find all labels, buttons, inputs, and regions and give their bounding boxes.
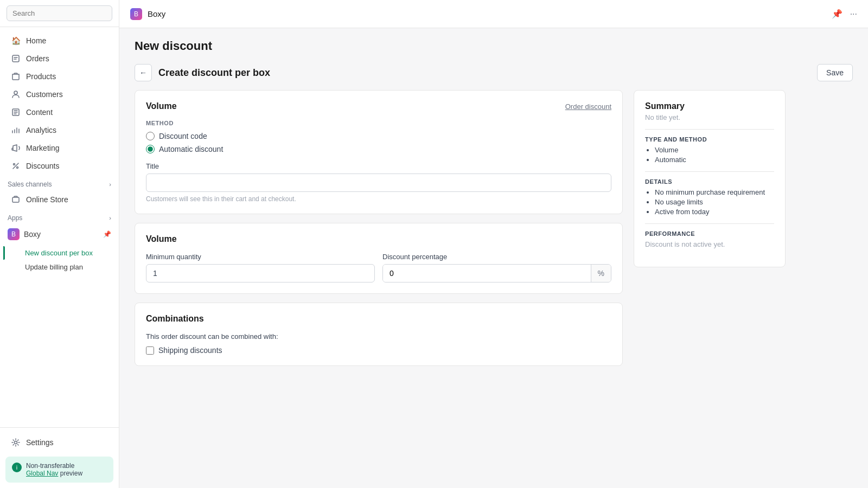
apps-section[interactable]: Apps › (0, 209, 119, 224)
type-method-list: Volume Automatic (645, 146, 774, 164)
global-nav-link[interactable]: Global Nav (26, 470, 58, 477)
volume-card-title: Volume (146, 234, 177, 244)
sidebar-item-orders[interactable]: Orders (3, 50, 116, 67)
shipping-discounts-option[interactable]: Shipping discounts (146, 346, 611, 355)
non-transferable-text: Non-transferable (26, 462, 74, 470)
type-method-section: TYPE AND METHOD Volume Automatic (645, 136, 774, 164)
title-input[interactable] (146, 174, 611, 192)
performance-label: PERFORMANCE (645, 230, 774, 237)
svg-point-6 (15, 441, 17, 444)
sidebar-nav: 🏠 Home Orders Products Customers Cont (0, 27, 119, 427)
sidebar-item-settings[interactable]: Settings (3, 434, 116, 451)
min-qty-input[interactable] (146, 264, 375, 282)
method-card: Volume Order discount METHOD Discount co… (135, 90, 623, 214)
form-layout: Volume Order discount METHOD Discount co… (135, 90, 786, 366)
no-title-text: No title yet. (645, 113, 774, 121)
summary-method-automatic: Automatic (655, 156, 774, 164)
sidebar-item-analytics-label: Analytics (26, 126, 56, 134)
page-content: New discount ← Create discount per box S… (119, 28, 868, 488)
volume-card: Volume Minimum quantity Discount percent… (135, 223, 623, 294)
topbar-boxy-icon: B (130, 8, 142, 20)
summary-type-volume: Volume (655, 146, 774, 154)
sidebar-item-products[interactable]: Products (3, 68, 116, 85)
detail-active-from-today: Active from today (655, 208, 774, 216)
performance-section: PERFORMANCE Discount is not active yet. (645, 230, 774, 248)
non-transferable-content: Non-transferable Global Nav preview (26, 462, 82, 477)
sidebar-item-marketing[interactable]: Marketing (3, 139, 116, 157)
analytics-icon (11, 125, 21, 135)
svg-rect-5 (12, 197, 19, 202)
sidebar-item-content[interactable]: Content (3, 104, 116, 121)
sidebar-item-customers-label: Customers (26, 90, 63, 99)
home-icon: 🏠 (11, 36, 21, 46)
pin-icon[interactable]: 📌 (103, 230, 111, 238)
sidebar-item-customers[interactable]: Customers (3, 86, 116, 103)
automatic-discount-radio[interactable] (146, 145, 155, 153)
sales-channels-section[interactable]: Sales channels › (0, 175, 119, 190)
order-discount-link[interactable]: Order discount (565, 102, 611, 111)
title-field-label: Title (146, 162, 611, 170)
boxy-app-icon: B (8, 228, 20, 240)
page-title: New discount (135, 39, 853, 53)
automatic-discount-option[interactable]: Automatic discount (146, 145, 611, 153)
sidebar-search-area (0, 0, 119, 27)
summary-divider-2 (645, 171, 774, 172)
preview-text: preview (60, 470, 82, 477)
discount-pct-input-wrapper: % (382, 264, 611, 282)
sidebar-bottom: Settings i Non-transferable Global Nav p… (0, 427, 119, 488)
topbar-pin-icon[interactable]: 📌 (832, 9, 843, 19)
summary-title: Summary (645, 101, 774, 111)
method-section-label: METHOD (146, 120, 611, 126)
new-discount-per-box-label: New discount per box (25, 249, 93, 257)
shipping-discounts-label: Shipping discounts (158, 346, 222, 355)
summary-divider-1 (645, 129, 774, 130)
details-section: DETAILS No minimum purchase requirement … (645, 178, 774, 216)
discounts-icon (11, 161, 21, 171)
boxy-app-label: Boxy (24, 230, 99, 239)
volume-fields: Minimum quantity Discount percentage % (146, 253, 611, 282)
non-transferable-banner: i Non-transferable Global Nav preview (5, 457, 113, 483)
boxy-sub-nav: New discount per box Update billing plan (0, 245, 119, 275)
marketing-icon (11, 143, 21, 153)
percent-suffix: % (591, 265, 611, 282)
discount-pct-field: Discount percentage % (382, 253, 611, 282)
sidebar-item-discounts[interactable]: Discounts (3, 157, 116, 175)
back-button[interactable]: ← (135, 64, 152, 81)
volume-card-header: Volume (146, 234, 611, 244)
sidebar-item-new-discount-per-box[interactable]: New discount per box (3, 246, 116, 260)
content-icon (11, 107, 21, 117)
online-store-icon (11, 195, 21, 204)
method-card-header: Volume Order discount (146, 101, 611, 111)
search-input[interactable] (7, 5, 112, 21)
shipping-discounts-checkbox[interactable] (146, 346, 154, 355)
main-area: B Boxy 📌 ··· New discount ← Create disco… (119, 0, 868, 488)
sidebar: 🏠 Home Orders Products Customers Cont (0, 0, 119, 488)
sidebar-item-home[interactable]: 🏠 Home (3, 32, 116, 49)
sidebar-item-analytics[interactable]: Analytics (3, 121, 116, 139)
method-radio-group: Discount code Automatic discount (146, 132, 611, 153)
svg-rect-0 (12, 55, 19, 62)
sidebar-item-products-label: Products (26, 72, 56, 81)
sidebar-item-content-label: Content (26, 108, 53, 117)
min-qty-label: Minimum quantity (146, 253, 375, 261)
combinations-card-header: Combinations (146, 314, 611, 324)
details-label: DETAILS (645, 178, 774, 185)
form-main: Volume Order discount METHOD Discount co… (135, 90, 623, 366)
discount-code-radio[interactable] (146, 132, 155, 140)
performance-text: Discount is not active yet. (645, 240, 774, 248)
orders-icon (11, 54, 21, 63)
boxy-app-header[interactable]: B Boxy 📌 (0, 224, 119, 245)
topbar-left: B Boxy (130, 8, 165, 20)
svg-point-3 (14, 164, 15, 165)
automatic-discount-label: Automatic discount (159, 145, 223, 153)
topbar-more-icon[interactable]: ··· (850, 9, 857, 19)
discount-code-option[interactable]: Discount code (146, 132, 611, 140)
sidebar-item-update-billing-plan[interactable]: Update billing plan (3, 260, 116, 274)
save-button[interactable]: Save (817, 64, 853, 81)
topbar: B Boxy 📌 ··· (119, 0, 868, 28)
sidebar-item-discounts-label: Discounts (26, 162, 59, 170)
discount-pct-input[interactable] (383, 265, 591, 282)
svg-point-1 (14, 91, 17, 94)
sidebar-item-orders-label: Orders (26, 54, 49, 63)
sidebar-item-online-store[interactable]: Online Store (3, 191, 116, 208)
